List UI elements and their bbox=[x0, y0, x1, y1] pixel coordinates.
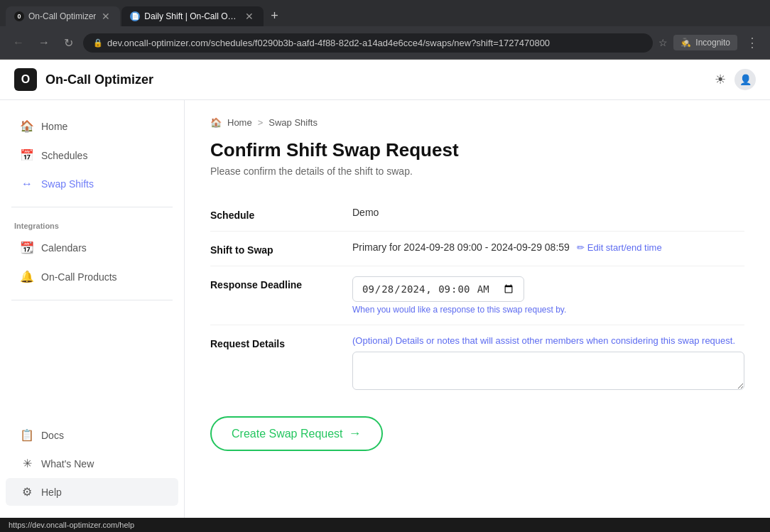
shift-label: Shift to Swap bbox=[210, 241, 352, 256]
tab-1[interactable]: 0 On-Call Optimizer ✕ bbox=[6, 6, 120, 26]
new-tab-button[interactable]: + bbox=[265, 6, 284, 26]
sidebar-divider-1 bbox=[11, 207, 173, 207]
sidebar-item-docs[interactable]: 📋 Docs bbox=[6, 421, 178, 449]
back-button[interactable]: ← bbox=[9, 33, 28, 52]
bookmark-icon[interactable]: ☆ bbox=[658, 37, 668, 48]
sidebar-divider-2 bbox=[11, 300, 173, 300]
sidebar-whats-new-label: What's New bbox=[41, 458, 94, 469]
breadcrumb-separator: > bbox=[258, 117, 264, 128]
deadline-help-text: When you would like a response to this s… bbox=[352, 305, 566, 315]
app-window: O On-Call Optimizer ☀ 👤 🏠 Home 📅 Schedul… bbox=[0, 60, 770, 532]
tab-1-title: On-Call Optimizer bbox=[28, 11, 96, 21]
sidebar-item-on-call-products[interactable]: 🔔 On-Call Products bbox=[6, 263, 178, 291]
deadline-label: Response Deadline bbox=[210, 276, 352, 291]
edit-link-label: Edit start/end time bbox=[587, 242, 662, 253]
forward-button[interactable]: → bbox=[34, 33, 54, 52]
browser-menu-icon[interactable]: ⋮ bbox=[743, 32, 761, 53]
incognito-button[interactable]: 🕵 Incognito bbox=[673, 35, 737, 50]
sidebar-item-swap-shifts[interactable]: ↔ Swap Shifts bbox=[6, 170, 178, 197]
reload-button[interactable]: ↻ bbox=[60, 33, 77, 53]
docs-icon: 📋 bbox=[20, 428, 34, 442]
sidebar-swap-shifts-label: Swap Shifts bbox=[41, 178, 94, 190]
deadline-value-container: When you would like a response to this s… bbox=[352, 276, 566, 315]
schedule-label: Schedule bbox=[210, 207, 352, 221]
sidebar-schedules-label: Schedules bbox=[41, 150, 87, 161]
app-title: On-Call Optimizer bbox=[45, 72, 706, 87]
integrations-section-label: Integrations bbox=[0, 216, 184, 233]
schedules-icon: 📅 bbox=[20, 148, 34, 162]
form-section: Schedule Demo Shift to Swap Primary for … bbox=[210, 197, 744, 451]
sidebar-bottom: 📋 Docs ✳ What's New ⚙ Help bbox=[0, 420, 184, 506]
status-bar: https://dev.oncall-optimizer.com/help bbox=[0, 518, 770, 532]
theme-toggle-button[interactable]: ☀ bbox=[715, 72, 726, 87]
sidebar: 🏠 Home 📅 Schedules ↔ Swap Shifts Integra… bbox=[0, 100, 185, 518]
request-details-textarea[interactable] bbox=[352, 352, 744, 390]
sidebar-item-whats-new[interactable]: ✳ What's New bbox=[6, 450, 178, 477]
calendars-icon: 📆 bbox=[20, 241, 34, 254]
schedule-row: Schedule Demo bbox=[210, 197, 744, 232]
sidebar-item-calendars[interactable]: 📆 Calendars bbox=[6, 234, 178, 261]
incognito-label: Incognito bbox=[695, 38, 730, 48]
sidebar-calendars-label: Calendars bbox=[41, 242, 87, 254]
app-header: O On-Call Optimizer ☀ 👤 bbox=[0, 60, 770, 100]
tab-1-favicon: 0 bbox=[14, 11, 24, 21]
header-actions: ☀ 👤 bbox=[715, 69, 756, 90]
create-swap-request-button[interactable]: Create Swap Request → bbox=[210, 416, 383, 451]
address-bar: ← → ↻ 🔒 dev.oncall-optimizer.com/schedul… bbox=[0, 26, 770, 60]
page-title: Confirm Shift Swap Request bbox=[210, 139, 744, 161]
help-icon: ⚙ bbox=[20, 485, 34, 499]
shift-value-container: Primary for 2024-09-28 09:00 - 2024-09-2… bbox=[352, 241, 744, 253]
create-btn-arrow-icon: → bbox=[349, 426, 362, 441]
request-details-row: Request Details (Optional) Details or no… bbox=[210, 325, 744, 402]
details-hint-prefix: (Optional) Details or notes that will as… bbox=[352, 335, 546, 346]
address-text: dev.oncall-optimizer.com/schedules/f0290… bbox=[107, 38, 550, 48]
schedule-value: Demo bbox=[352, 207, 744, 218]
deadline-row: Response Deadline When you would like a … bbox=[210, 266, 744, 325]
user-icon: 👤 bbox=[739, 74, 752, 85]
breadcrumb-home-icon: 🏠 bbox=[210, 117, 222, 128]
on-call-products-icon: 🔔 bbox=[20, 270, 34, 283]
lock-icon: 🔒 bbox=[93, 38, 103, 48]
breadcrumb-current: Swap Shifts bbox=[269, 117, 318, 128]
incognito-icon: 🕵 bbox=[680, 38, 691, 48]
shift-to-swap-row: Shift to Swap Primary for 2024-09-28 09:… bbox=[210, 232, 744, 266]
sidebar-item-home[interactable]: 🏠 Home bbox=[6, 112, 178, 140]
status-bar-url: https://dev.oncall-optimizer.com/help bbox=[9, 521, 134, 529]
tab-2-title: Daily Shift | On-Call Opti… bbox=[144, 11, 239, 21]
shift-value: Primary for 2024-09-28 09:00 - 2024-09-2… bbox=[352, 241, 570, 253]
app-logo: O bbox=[14, 68, 37, 91]
details-hint-link: members bbox=[546, 335, 584, 346]
tab-2-close[interactable]: ✕ bbox=[244, 11, 255, 22]
request-details-container: (Optional) Details or notes that will as… bbox=[352, 335, 744, 392]
breadcrumb: 🏠 Home > Swap Shifts bbox=[210, 117, 744, 128]
details-hint: (Optional) Details or notes that will as… bbox=[352, 335, 744, 346]
tab-1-close[interactable]: ✕ bbox=[100, 11, 112, 22]
sidebar-home-label: Home bbox=[41, 121, 67, 132]
address-input[interactable]: 🔒 dev.oncall-optimizer.com/schedules/f02… bbox=[83, 33, 653, 53]
page-subtitle: Please confirm the details of the shift … bbox=[210, 165, 744, 177]
browser-window: 0 On-Call Optimizer ✕ 📄 Daily Shift | On… bbox=[0, 0, 770, 532]
sidebar-on-call-products-label: On-Call Products bbox=[41, 271, 117, 283]
home-icon: 🏠 bbox=[20, 119, 34, 133]
sidebar-help-label: Help bbox=[41, 487, 62, 498]
sidebar-docs-label: Docs bbox=[41, 430, 64, 441]
swap-shifts-icon: ↔ bbox=[20, 178, 34, 190]
whats-new-icon: ✳ bbox=[20, 457, 34, 470]
details-hint-suffix: when considering this swap request. bbox=[584, 335, 735, 346]
sidebar-item-schedules[interactable]: 📅 Schedules bbox=[6, 141, 178, 169]
main-content: 🏠 Home > Swap Shifts Confirm Shift Swap … bbox=[185, 100, 770, 518]
user-avatar-button[interactable]: 👤 bbox=[734, 69, 756, 90]
sidebar-item-help[interactable]: ⚙ Help bbox=[6, 478, 178, 506]
edit-icon: ✏ bbox=[577, 242, 585, 253]
deadline-input[interactable] bbox=[352, 276, 524, 302]
tab-bar: 0 On-Call Optimizer ✕ 📄 Daily Shift | On… bbox=[0, 0, 770, 26]
edit-start-end-link[interactable]: ✏ Edit start/end time bbox=[577, 242, 662, 253]
request-details-label: Request Details bbox=[210, 335, 352, 349]
tab-2-favicon: 📄 bbox=[130, 11, 140, 21]
create-btn-label: Create Swap Request bbox=[232, 428, 343, 440]
breadcrumb-home-link[interactable]: Home bbox=[227, 117, 252, 128]
tab-2[interactable]: 📄 Daily Shift | On-Call Opti… ✕ bbox=[121, 6, 264, 26]
app-body: 🏠 Home 📅 Schedules ↔ Swap Shifts Integra… bbox=[0, 100, 770, 518]
